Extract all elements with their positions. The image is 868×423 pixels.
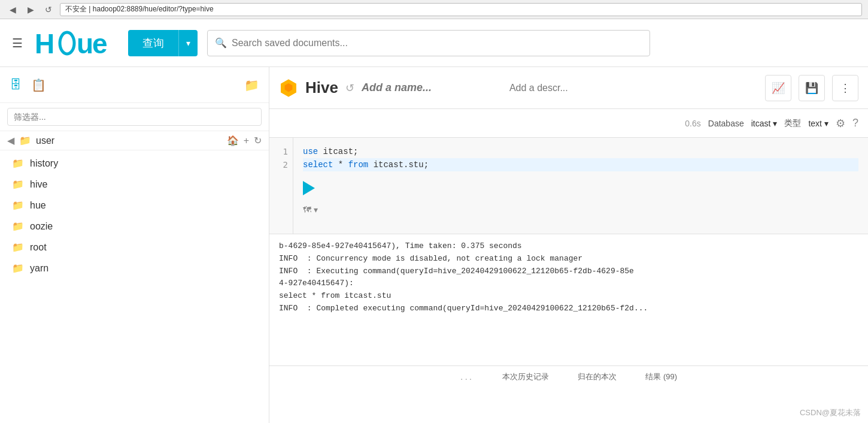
sidebar: 🗄 📋 📁 ◀ 📁 user 🏠 + ↻ 📁history📁hive📁hue📁o… [0, 67, 269, 423]
map-icon: 🗺 [303, 205, 311, 214]
svg-text:ue: ue [77, 28, 107, 58]
nav-current-folder: user [36, 135, 54, 146]
logo-svg: H ue [35, 28, 107, 58]
save-icon: 💾 [805, 81, 818, 95]
folder-icon: 📁 [12, 200, 24, 211]
collapse-btn[interactable]: ◀ [7, 135, 14, 146]
db-label: Database [708, 119, 744, 128]
footer-col3: 结果 (99) [645, 371, 677, 382]
query-btn-group: 查询 ▾ [128, 30, 198, 56]
code-content[interactable]: use itcast; select * from itcast.stu; [293, 138, 868, 234]
line-numbers: 1 2 [269, 138, 293, 234]
log-line: INFO : Concurrency mode is disabled, not… [279, 253, 858, 265]
log-line: 4-927e40415647): [279, 277, 858, 290]
folder-name: root [30, 242, 47, 253]
footer-dots: ... [460, 371, 474, 382]
files-icon-btn[interactable]: 📋 [29, 75, 48, 95]
hue-logo: H ue [35, 28, 107, 58]
db-dropdown-icon: ▾ [773, 119, 777, 128]
folder-icon: 📁 [12, 179, 24, 190]
save-btn[interactable]: 💾 [799, 75, 825, 101]
folder-icon: 📁 [12, 158, 24, 169]
url-bar[interactable]: 不安全 | hadoop02:8889/hue/editor/?type=hiv… [60, 3, 862, 16]
url-text: 不安全 | hadoop02:8889/hue/editor/?type=hiv… [65, 4, 214, 14]
name-input[interactable] [362, 81, 502, 94]
log-line: select * from itcast.stu [279, 290, 858, 303]
line-num-2: 2 [274, 158, 288, 171]
top-nav: ☰ H ue 查询 ▾ 🔍 [0, 19, 868, 67]
filter-input[interactable] [7, 108, 262, 126]
footer-col2: 归在的本次 [578, 371, 617, 382]
query-dropdown-button[interactable]: ▾ [178, 30, 198, 56]
log-line: INFO : Completed executing command(query… [279, 303, 858, 315]
map-button[interactable]: 🗺 ▾ [303, 205, 318, 214]
folder-item[interactable]: 📁oozie [0, 216, 269, 237]
map-dropdown: ▾ [314, 205, 318, 214]
forward-button[interactable]: ▶ [24, 3, 37, 16]
folder-list: 📁history📁hive📁hue📁oozie📁root📁yarn [0, 150, 269, 423]
folder-name: history [30, 158, 58, 169]
type-dropdown-icon: ▾ [824, 119, 828, 128]
footer-col1: 本次历史记录 [502, 371, 549, 382]
refresh-button[interactable]: ↺ [42, 3, 55, 16]
type-label: 类型 [784, 118, 801, 129]
chart-btn[interactable]: 📈 [765, 75, 791, 101]
svg-point-1 [60, 32, 74, 54]
search-input[interactable] [232, 38, 642, 49]
search-bar[interactable]: 🔍 [207, 30, 650, 56]
add-btn[interactable]: + [244, 135, 249, 146]
db-select[interactable]: itcast ▾ [751, 119, 778, 128]
folder-icon: 📁 [12, 241, 24, 253]
sidebar-refresh-btn[interactable]: ↻ [254, 135, 262, 146]
browser-bar: ◀ ▶ ↺ 不安全 | hadoop02:8889/hue/editor/?ty… [0, 0, 868, 19]
folder-name: oozie [30, 221, 53, 232]
folder-item[interactable]: 📁hue [0, 195, 269, 216]
log-line: b-4629-85e4-927e40415647), Time taken: 0… [279, 240, 858, 253]
sidebar-nav: ◀ 📁 user 🏠 + ↻ [0, 131, 269, 150]
back-button[interactable]: ◀ [6, 3, 19, 16]
nav-folder-icon: 📁 [19, 135, 31, 146]
line-num-1: 1 [274, 145, 288, 158]
hamburger-button[interactable]: ☰ [10, 34, 25, 53]
watermark: CSDN@夏花未落 [800, 407, 861, 418]
code-line-1: use itcast; [303, 145, 858, 158]
database-icon-btn[interactable]: 🗄 [7, 75, 24, 94]
editor-area: Hive ↺ 📈 💾 ⋮ 0.6s Database itcast ▾ 类型 [269, 67, 868, 423]
more-btn[interactable]: ⋮ [832, 75, 858, 101]
sidebar-nav-actions: 🏠 + ↻ [227, 135, 262, 146]
db-value: itcast [751, 119, 771, 128]
log-footer: ... 本次历史记录 归在的本次 结果 (99) [269, 365, 868, 387]
main-content: 🗄 📋 📁 ◀ 📁 user 🏠 + ↻ 📁history📁hive📁hue📁o… [0, 67, 868, 423]
chart-icon: 📈 [772, 81, 785, 95]
folder-name: hue [30, 200, 46, 211]
folder-item[interactable]: 📁hive [0, 174, 269, 195]
history-btn[interactable]: ↺ [345, 81, 354, 95]
editor-header: Hive ↺ 📈 💾 ⋮ [269, 67, 868, 109]
code-editor[interactable]: 1 2 use itcast; select * from itcast.stu… [269, 138, 868, 234]
run-button[interactable] [303, 181, 315, 195]
folder-action-btn[interactable]: 📁 [242, 75, 262, 95]
more-icon: ⋮ [840, 81, 851, 95]
query-button[interactable]: 查询 [128, 30, 178, 56]
type-select[interactable]: text ▾ [808, 119, 828, 128]
search-icon: 🔍 [215, 37, 227, 49]
desc-input[interactable] [509, 83, 629, 93]
editor-toolbar: 0.6s Database itcast ▾ 类型 text ▾ ⚙ ? [269, 109, 868, 138]
folder-icon: 📁 [12, 220, 24, 232]
help-btn[interactable]: ? [852, 117, 858, 129]
log-area: b-4629-85e4-927e40415647), Time taken: 0… [269, 234, 868, 365]
home-btn[interactable]: 🏠 [227, 135, 239, 146]
folder-icon: 📁 [12, 262, 24, 274]
folder-item[interactable]: 📁root [0, 237, 269, 258]
sidebar-toolbar: 🗄 📋 📁 [0, 67, 269, 103]
type-value: text [808, 119, 822, 128]
code-line-2: select * from itcast.stu; [303, 158, 858, 171]
hive-icon [279, 78, 298, 98]
settings-btn[interactable]: ⚙ [836, 117, 845, 130]
folder-item[interactable]: 📁history [0, 153, 269, 174]
folder-name: yarn [30, 263, 48, 274]
folder-item[interactable]: 📁yarn [0, 258, 269, 279]
svg-text:H: H [35, 28, 53, 58]
editor-title: Hive [305, 78, 338, 97]
log-line: INFO : Executing command(queryId=hive_20… [279, 265, 858, 278]
